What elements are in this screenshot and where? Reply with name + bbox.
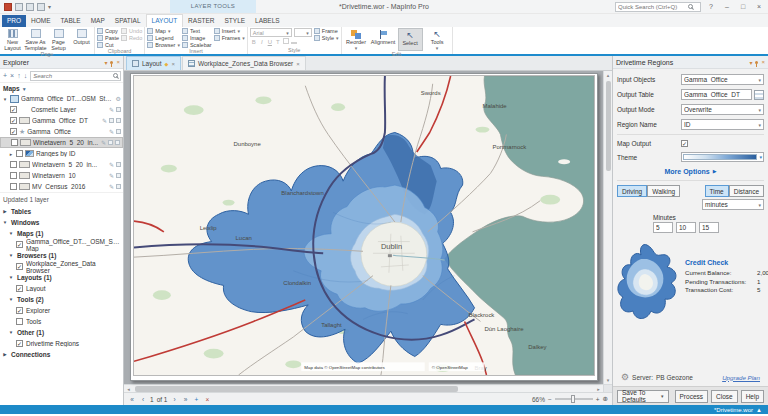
tab-home[interactable]: HOME bbox=[26, 15, 56, 27]
add-layer-icon[interactable]: + bbox=[3, 72, 7, 79]
tools-button[interactable]: ↖ Tools ▾ bbox=[425, 28, 450, 51]
process-button[interactable]: Process bbox=[675, 390, 708, 403]
redo-button[interactable]: Redo bbox=[121, 35, 142, 41]
close-tab-icon[interactable]: × bbox=[296, 61, 300, 67]
alignment-button[interactable]: Alignment bbox=[371, 28, 396, 51]
tab-pro[interactable]: PRO bbox=[2, 15, 26, 27]
layer-zoom-icon[interactable] bbox=[116, 184, 121, 189]
layer-checkbox[interactable]: ✓ bbox=[10, 117, 17, 124]
layer-style-icon[interactable]: ✎ bbox=[109, 183, 114, 190]
distance-toggle[interactable]: Distance bbox=[729, 185, 764, 197]
close-panel-button[interactable]: Close bbox=[711, 390, 738, 403]
zoom-out-button[interactable]: − bbox=[548, 396, 552, 403]
move-up-icon[interactable]: ↑ bbox=[17, 72, 21, 79]
gear-icon[interactable]: ⚙ bbox=[621, 372, 629, 382]
layer-label[interactable]: Gamma_Office bbox=[27, 128, 107, 135]
layer-label[interactable]: Cosmetic Layer bbox=[19, 106, 107, 113]
close-tab-icon[interactable]: × bbox=[171, 61, 175, 67]
paste-button[interactable]: Paste bbox=[97, 35, 119, 41]
layer-row-selected[interactable]: Winetavern_5_20_in... ✎ bbox=[0, 137, 123, 148]
output-table-input[interactable]: Gamma_Office_DT bbox=[681, 89, 752, 100]
time-toggle[interactable]: Time bbox=[705, 185, 729, 197]
page-setup-button[interactable]: Page Setup bbox=[48, 28, 69, 51]
layer-style-icon[interactable]: ✎ bbox=[109, 128, 114, 135]
layer-label[interactable]: Winetavern_10 bbox=[32, 172, 107, 179]
underline-button[interactable]: U bbox=[266, 38, 274, 47]
tab-table[interactable]: TABLE bbox=[56, 15, 86, 27]
fill-color-button[interactable] bbox=[282, 38, 290, 47]
layer-checkbox[interactable] bbox=[10, 172, 17, 179]
help-button[interactable]: ? bbox=[705, 3, 717, 10]
tab-map[interactable]: MAP bbox=[86, 15, 110, 27]
layer-label[interactable]: MV_Census_2016 bbox=[32, 183, 107, 190]
layer-zoom-icon[interactable] bbox=[116, 162, 121, 167]
layer-checkbox[interactable] bbox=[10, 183, 17, 190]
layer-style-icon[interactable]: ✎ bbox=[109, 106, 114, 113]
section-layouts[interactable]: ▼Layouts (1) bbox=[0, 272, 123, 283]
pin-icon[interactable] bbox=[755, 61, 758, 64]
region-name-select[interactable]: ID ▾ bbox=[681, 119, 764, 130]
tab-browser-document[interactable]: Workplace_Zones_Data Browser × bbox=[182, 56, 306, 70]
layer-checkbox[interactable]: ✓ bbox=[10, 106, 17, 113]
scroll-up-icon[interactable]: ▴ bbox=[607, 71, 610, 79]
map-root-row[interactable]: ▾ Gamma_Office_DT....OSM_Standard... ⚙ bbox=[0, 93, 123, 104]
layer-row[interactable]: Winetavern_10 ✎ bbox=[0, 170, 123, 181]
save-workspace-icon[interactable] bbox=[26, 3, 34, 11]
layer-label[interactable]: Gamma_Office_DT bbox=[32, 117, 100, 124]
theme-checkbox[interactable] bbox=[16, 150, 23, 157]
save-as-template-button[interactable]: Save As Template bbox=[25, 28, 46, 51]
layer-style-icon[interactable]: ✎ bbox=[109, 172, 114, 179]
close-button[interactable]: × bbox=[753, 3, 765, 10]
tab-labels[interactable]: LABELS bbox=[250, 15, 285, 27]
layer-zoom-icon[interactable] bbox=[109, 118, 114, 123]
border-style-button[interactable] bbox=[290, 38, 298, 47]
tab-spatial[interactable]: SPATIAL bbox=[110, 15, 146, 27]
pan-tool-icon[interactable]: ⊕ bbox=[603, 395, 608, 403]
remove-layer-icon[interactable]: × bbox=[10, 72, 14, 79]
window-item-map[interactable]: ✓Gamma_Office_DT..._OSM_Standard Map bbox=[0, 239, 123, 250]
walking-toggle[interactable]: Walking bbox=[647, 185, 680, 197]
tab-raster[interactable]: RASTER bbox=[183, 15, 219, 27]
insert-frames-button[interactable]: Frames▾ bbox=[214, 35, 245, 41]
layer-style-icon[interactable]: ✎ bbox=[102, 117, 107, 124]
window-item-layout[interactable]: ✓Layout bbox=[0, 283, 123, 294]
theme-label[interactable]: Ranges by ID bbox=[36, 150, 121, 157]
open-workspace-icon[interactable] bbox=[15, 3, 23, 11]
style-button[interactable]: Style▾ bbox=[314, 35, 339, 41]
scroll-down-icon[interactable]: ▾ bbox=[607, 376, 610, 384]
layer-row[interactable]: ✓ ★ Gamma_Office ✎ bbox=[0, 126, 123, 137]
layer-checkbox[interactable] bbox=[10, 161, 17, 168]
minimize-button[interactable]: – bbox=[721, 3, 733, 10]
section-other[interactable]: ▼Other (1) bbox=[0, 327, 123, 338]
explorer-close-icon[interactable]: × bbox=[116, 59, 120, 65]
layer-style-icon[interactable]: ✎ bbox=[109, 161, 114, 168]
section-connections[interactable]: ▶Connections bbox=[0, 349, 123, 360]
layer-zoom-icon[interactable] bbox=[108, 140, 113, 145]
zoom-slider[interactable] bbox=[555, 398, 593, 400]
tab-layout[interactable]: LAYOUT bbox=[146, 14, 184, 27]
layer-checkbox[interactable]: ✓ bbox=[10, 128, 17, 135]
frame-button[interactable]: Frame bbox=[314, 28, 339, 34]
layer-row-cosmetic[interactable]: ✓ Cosmetic Layer ✎ bbox=[0, 104, 123, 115]
font-size-select[interactable]: ▾ bbox=[294, 28, 312, 37]
explorer-search-input[interactable] bbox=[33, 73, 111, 79]
print-icon[interactable] bbox=[37, 3, 45, 11]
last-page-button[interactable]: » bbox=[181, 396, 189, 403]
window-item-browser[interactable]: ✓Workplace_Zones_Data Browser bbox=[0, 261, 123, 272]
text-style-button[interactable]: T bbox=[274, 38, 282, 47]
vertical-scrollbar[interactable]: ▴ ▾ bbox=[603, 71, 612, 384]
tab-layout-document[interactable]: Layout ◆ × bbox=[126, 56, 181, 70]
map-output-checkbox[interactable]: ✓ bbox=[681, 140, 688, 147]
more-options-link[interactable]: More Options ▶ bbox=[617, 164, 764, 178]
scroll-left-icon[interactable]: ◂ bbox=[124, 386, 133, 392]
output-mode-select[interactable]: Overwrite ▾ bbox=[681, 104, 764, 115]
move-down-icon[interactable]: ↓ bbox=[24, 72, 28, 79]
undo-button[interactable]: Undo bbox=[121, 28, 142, 34]
layer-zoom-icon[interactable] bbox=[116, 107, 121, 112]
font-family-select[interactable]: Arial▾ bbox=[250, 28, 292, 37]
upgrade-plan-link[interactable]: Upgrade Plan bbox=[722, 374, 760, 381]
unit-select[interactable]: minutes ▾ bbox=[702, 199, 764, 210]
pin-icon[interactable] bbox=[110, 61, 113, 64]
layer-label[interactable]: Winetavern_5_20_in... bbox=[32, 161, 107, 168]
new-layout-button[interactable]: New Layout bbox=[2, 28, 23, 51]
